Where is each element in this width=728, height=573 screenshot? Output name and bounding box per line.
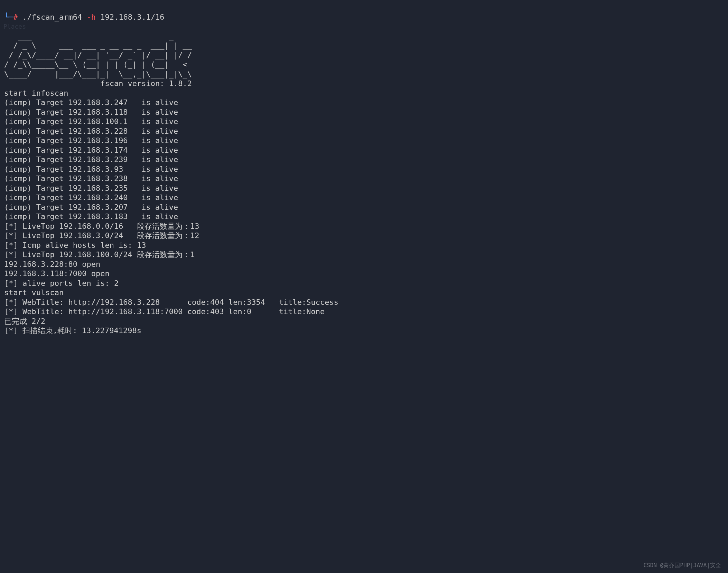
watermark: CSDN @黄乔国PHP|JAVA|安全 bbox=[644, 562, 721, 569]
prompt-hash: # bbox=[13, 13, 18, 21]
summary-line: [*] LiveTop 192.168.100.0/24 段存活数量为：1 bbox=[4, 250, 195, 259]
summary-line: [*] Icmp alive hosts len is: 13 bbox=[4, 241, 146, 250]
ascii-art-line: / _ \ ___ ___ _ __ __ _ ___| | __ bbox=[4, 41, 192, 50]
start-vulscan: start vulscan bbox=[4, 288, 64, 297]
summary-line: [*] LiveTop 192.168.0.0/16 段存活数量为：13 bbox=[4, 222, 199, 231]
icmp-line: (icmp) Target 192.168.3.207 is alive bbox=[4, 203, 178, 212]
webtitle-line: [*] WebTitle: http://192.168.3.228 code:… bbox=[4, 298, 338, 307]
icmp-line: (icmp) Target 192.168.3.118 is alive bbox=[4, 108, 178, 116]
port-line: 192.168.3.228:80 open bbox=[4, 260, 100, 269]
ascii-art-line: / /_\/____/ __|/ __| '__/ _` |/ __| |/ / bbox=[4, 51, 192, 59]
port-line: [*] alive ports len is: 2 bbox=[4, 279, 119, 288]
webtitle-line: [*] WebTitle: http://192.168.3.118:7000 … bbox=[4, 307, 325, 316]
end-line: [*] 扫描结束,耗时: 13.227941298s bbox=[4, 326, 141, 335]
done-line: 已完成 2/2 bbox=[4, 317, 45, 326]
ascii-art-line: ___ _ bbox=[4, 32, 174, 40]
icmp-line: (icmp) Target 192.168.3.228 is alive bbox=[4, 127, 178, 135]
terminal-output[interactable]: └─# ./fscan_arm64 -h 192.168.3.1/16 ___ … bbox=[0, 0, 728, 338]
icmp-line: (icmp) Target 192.168.100.1 is alive bbox=[4, 117, 178, 126]
icmp-line: (icmp) Target 192.168.3.174 is alive bbox=[4, 146, 178, 154]
ascii-art-line: / /_\\_____\__ \ (__| | | (_| | (__| < bbox=[4, 60, 187, 69]
command-path: ./fscan_arm64 bbox=[22, 13, 82, 21]
icmp-line: (icmp) Target 192.168.3.247 is alive bbox=[4, 98, 178, 107]
start-infoscan: start infoscan bbox=[4, 89, 68, 97]
icmp-line: (icmp) Target 192.168.3.196 is alive bbox=[4, 136, 178, 145]
port-line: 192.168.3.118:7000 open bbox=[4, 269, 110, 278]
icmp-line: (icmp) Target 192.168.3.183 is alive bbox=[4, 212, 178, 221]
version-line: fscan version: 1.8.2 bbox=[4, 79, 192, 88]
summary-line: [*] LiveTop 192.168.3.0/24 段存活数量为：12 bbox=[4, 231, 199, 240]
prompt-arrow: └─ bbox=[4, 13, 13, 21]
icmp-line: (icmp) Target 192.168.3.239 is alive bbox=[4, 155, 178, 164]
command-flag: -h bbox=[86, 13, 96, 21]
icmp-line: (icmp) Target 192.168.3.240 is alive bbox=[4, 193, 178, 202]
ascii-art-line: \____/ |___/\___|_| \__,_|\___|_|\_\ bbox=[4, 70, 192, 78]
command-arg: 192.168.3.1/16 bbox=[100, 13, 164, 21]
icmp-line: (icmp) Target 192.168.3.235 is alive bbox=[4, 184, 178, 192]
icmp-line: (icmp) Target 192.168.3.93 is alive bbox=[4, 165, 178, 173]
icmp-line: (icmp) Target 192.168.3.238 is alive bbox=[4, 174, 178, 183]
